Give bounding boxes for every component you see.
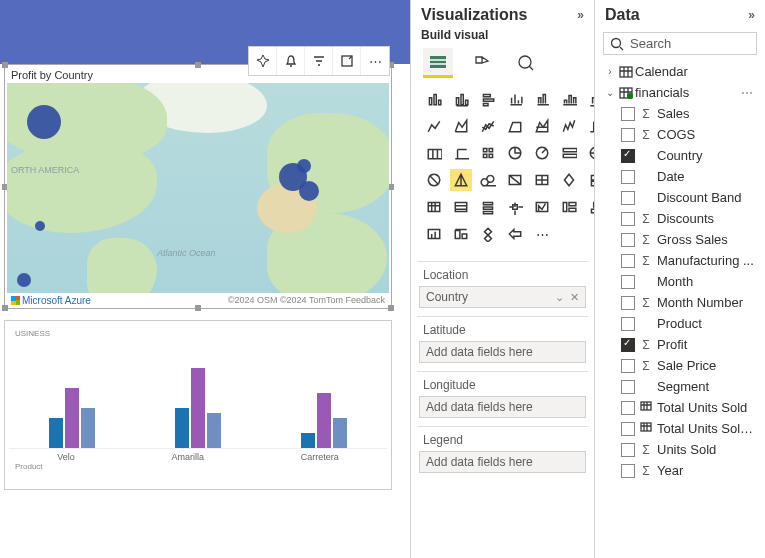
field-checkbox[interactable] <box>621 107 635 121</box>
viz-type-icon[interactable] <box>558 88 580 110</box>
field-checkbox[interactable] <box>621 149 635 163</box>
field-checkbox[interactable] <box>621 275 635 289</box>
bell-icon[interactable] <box>277 47 305 75</box>
field-checkbox[interactable] <box>621 443 635 457</box>
viz-type-icon[interactable] <box>558 142 580 164</box>
viz-type-icon[interactable] <box>585 142 594 164</box>
field-checkbox[interactable] <box>621 212 635 226</box>
field-discount-band[interactable]: Discount Band <box>601 187 759 208</box>
field-manufacturing-[interactable]: ΣManufacturing ... <box>601 250 759 271</box>
field-month-number[interactable]: ΣMonth Number <box>601 292 759 313</box>
map-bubble[interactable] <box>35 221 45 231</box>
viz-type-icon[interactable] <box>504 88 526 110</box>
field-checkbox[interactable] <box>621 422 635 436</box>
viz-type-icon[interactable] <box>585 88 594 110</box>
viz-type-icon[interactable] <box>504 196 526 218</box>
map-bubble[interactable] <box>17 273 31 287</box>
viz-type-icon[interactable] <box>450 223 472 245</box>
table-financials[interactable]: ⌄ financials ⋯ <box>601 82 759 103</box>
map-visual[interactable]: Profit by Country ORTH AMERICA Atlantic … <box>4 64 392 309</box>
map-bubble[interactable] <box>297 159 311 173</box>
viz-type-icon[interactable] <box>423 169 445 191</box>
viz-type-icon[interactable] <box>558 115 580 137</box>
field-checkbox[interactable] <box>621 233 635 247</box>
viz-type-icon[interactable] <box>423 196 445 218</box>
chevron-down-icon[interactable]: ⌄ <box>555 291 564 304</box>
viz-type-icon[interactable] <box>477 223 499 245</box>
viz-type-icon[interactable] <box>423 223 445 245</box>
collapse-icon[interactable]: ⌄ <box>603 87 617 98</box>
field-year[interactable]: ΣYear <box>601 460 759 481</box>
field-gross-sales[interactable]: ΣGross Sales <box>601 229 759 250</box>
legend-field[interactable]: Add data fields here <box>419 451 586 473</box>
more-icon[interactable]: ⋯ <box>361 47 389 75</box>
map-bubble[interactable] <box>27 105 61 139</box>
longitude-field[interactable]: Add data fields here <box>419 396 586 418</box>
viz-type-icon[interactable] <box>504 142 526 164</box>
build-tab[interactable] <box>423 48 453 78</box>
field-checkbox[interactable] <box>621 380 635 394</box>
field-cogs[interactable]: ΣCOGS <box>601 124 759 145</box>
field-total-units-sold-2[interactable]: Total Units Sold 2 <box>601 418 759 439</box>
field-checkbox[interactable] <box>621 128 635 142</box>
viz-type-icon[interactable] <box>504 169 526 191</box>
location-field[interactable]: Country ⌄✕ <box>419 286 586 308</box>
field-checkbox[interactable] <box>621 317 635 331</box>
field-month[interactable]: Month <box>601 271 759 292</box>
viz-type-icon[interactable] <box>531 142 553 164</box>
bar-visual[interactable]: USINESS VeloAmarillaCarretera Product <box>4 320 392 490</box>
field-checkbox[interactable] <box>621 296 635 310</box>
field-checkbox[interactable] <box>621 254 635 268</box>
field-checkbox[interactable] <box>621 338 635 352</box>
pin-icon[interactable] <box>249 47 277 75</box>
remove-field-icon[interactable]: ✕ <box>570 291 579 304</box>
viz-type-icon[interactable] <box>423 115 445 137</box>
viz-type-icon[interactable] <box>477 196 499 218</box>
collapse-data-pane[interactable]: » <box>748 8 755 22</box>
field-sale-price[interactable]: ΣSale Price <box>601 355 759 376</box>
search-input[interactable]: Search <box>603 32 757 55</box>
field-sales[interactable]: ΣSales <box>601 103 759 124</box>
viz-type-icon[interactable] <box>531 196 553 218</box>
viz-type-icon[interactable] <box>477 88 499 110</box>
latitude-field[interactable]: Add data fields here <box>419 341 586 363</box>
expand-icon[interactable]: › <box>603 66 617 77</box>
map-bubble[interactable] <box>299 181 319 201</box>
field-profit[interactable]: ΣProfit <box>601 334 759 355</box>
table-calendar[interactable]: › Calendar <box>601 61 759 82</box>
viz-type-icon[interactable] <box>558 196 580 218</box>
field-units-sold[interactable]: ΣUnits Sold <box>601 439 759 460</box>
focus-icon[interactable] <box>333 47 361 75</box>
field-checkbox[interactable] <box>621 359 635 373</box>
viz-type-icon[interactable] <box>450 88 472 110</box>
map-area[interactable]: ORTH AMERICA Atlantic Ocean <box>7 83 389 293</box>
viz-type-icon[interactable] <box>585 169 594 191</box>
viz-type-icon[interactable] <box>558 169 580 191</box>
viz-type-icon[interactable] <box>477 169 499 191</box>
viz-type-icon[interactable] <box>585 115 594 137</box>
more-viz-icon[interactable]: ⋯ <box>531 223 553 245</box>
collapse-vis-pane[interactable]: » <box>577 8 584 22</box>
field-checkbox[interactable] <box>621 191 635 205</box>
viz-type-icon[interactable] <box>423 88 445 110</box>
viz-type-icon[interactable] <box>531 115 553 137</box>
viz-type-icon[interactable] <box>450 196 472 218</box>
filter-icon[interactable] <box>305 47 333 75</box>
field-checkbox[interactable] <box>621 464 635 478</box>
viz-type-icon[interactable] <box>423 142 445 164</box>
format-tab[interactable] <box>467 48 497 78</box>
viz-type-icon[interactable] <box>450 169 472 191</box>
viz-type-icon[interactable] <box>585 196 594 218</box>
field-product[interactable]: Product <box>601 313 759 334</box>
viz-type-icon[interactable] <box>531 88 553 110</box>
viz-type-icon[interactable] <box>504 115 526 137</box>
viz-type-icon[interactable] <box>477 115 499 137</box>
field-segment[interactable]: Segment <box>601 376 759 397</box>
viz-type-icon[interactable] <box>450 115 472 137</box>
viz-type-icon[interactable] <box>450 142 472 164</box>
field-checkbox[interactable] <box>621 170 635 184</box>
viz-type-icon[interactable] <box>531 169 553 191</box>
analytics-tab[interactable] <box>511 48 541 78</box>
field-discounts[interactable]: ΣDiscounts <box>601 208 759 229</box>
field-checkbox[interactable] <box>621 401 635 415</box>
